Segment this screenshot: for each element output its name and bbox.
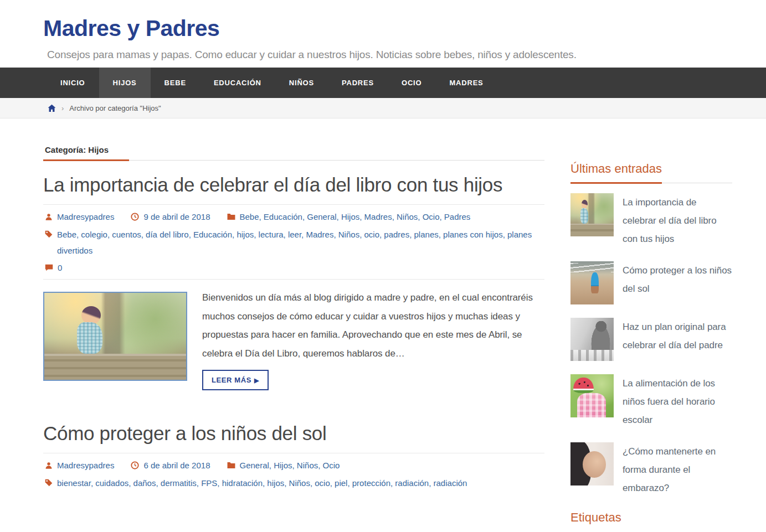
site-tagline: Consejos para mamas y papas. Como educar… bbox=[47, 49, 766, 61]
nav-item-hijos[interactable]: HIJOS bbox=[99, 68, 151, 98]
post-date-link[interactable]: 9 de abril de 2018 bbox=[143, 212, 210, 221]
home-icon[interactable] bbox=[48, 104, 56, 112]
recent-post-title: La importancia de celebrar el día del li… bbox=[623, 193, 732, 248]
post-title-link[interactable]: La importancia de celebrar el día del li… bbox=[43, 169, 544, 200]
featured-image-boy-reading[interactable] bbox=[43, 292, 187, 381]
post-excerpt: Bienvenidos un día más al blog dirigido … bbox=[202, 288, 544, 363]
main-column: Categoría: Hijos La importancia de celeb… bbox=[43, 145, 544, 525]
content: Categoría: Hijos La importancia de celeb… bbox=[0, 118, 766, 525]
main-nav: INICIO HIJOS BEBE EDUCACIÓN NIÑOS PADRES… bbox=[0, 68, 766, 98]
recent-post-title: ¿Cómo mantenerte en forma durante el emb… bbox=[623, 442, 732, 497]
post-meta: Madresypadres 9 de abril de 2018 Bebe, E… bbox=[43, 204, 544, 280]
post-title-link[interactable]: Cómo proteger a los niños del sol bbox=[43, 418, 544, 448]
caret-right-icon: ▶ bbox=[254, 377, 259, 384]
recent-post-title: Cómo proteger a los niños del sol bbox=[623, 261, 732, 304]
author-icon bbox=[45, 462, 53, 469]
thumbnail-pregnant-belly bbox=[570, 442, 614, 485]
recent-post-title: La alimentación de los niños fuera del h… bbox=[623, 374, 732, 429]
thumbnail-boy-beach bbox=[570, 261, 614, 304]
post-categories-links[interactable]: Bebe, Educación, General, Hijos, Madres,… bbox=[240, 212, 471, 221]
recent-post-link-5[interactable]: ¿Cómo mantenerte en forma durante el emb… bbox=[570, 442, 732, 497]
divider bbox=[43, 160, 544, 161]
breadcrumb: › Archivo por categoría "Hijos" bbox=[0, 98, 766, 118]
recent-post-link-1[interactable]: La importancia de celebrar el día del li… bbox=[570, 193, 732, 248]
thumbnail-girl-watermelon bbox=[570, 374, 614, 417]
recent-post-link-2[interactable]: Cómo proteger a los niños del sol bbox=[570, 261, 732, 304]
breadcrumb-current: Archivo por categoría "Hijos" bbox=[69, 104, 161, 112]
recent-post-link-3[interactable]: Haz un plan original para celebrar el dí… bbox=[570, 318, 732, 361]
breadcrumb-separator: › bbox=[61, 104, 64, 112]
tag-icon bbox=[45, 230, 53, 238]
nav-item-ocio[interactable]: OCIO bbox=[388, 68, 435, 98]
author-link[interactable]: Madresypadres bbox=[57, 212, 114, 221]
nav-item-inicio[interactable]: INICIO bbox=[47, 68, 99, 98]
post-meta: Madresypadres 6 de abril de 2018 General… bbox=[43, 453, 544, 491]
site-title[interactable]: Madres y Padres bbox=[43, 16, 766, 42]
author-icon bbox=[45, 213, 53, 221]
recent-posts-title: Últimas entradas bbox=[570, 162, 732, 183]
tags-widget-title: Etiquetas bbox=[570, 510, 732, 525]
read-more-button[interactable]: LEER MÁS▶ bbox=[202, 370, 269, 390]
recent-posts-list: La importancia de celebrar el día del li… bbox=[570, 193, 732, 497]
folder-icon bbox=[227, 213, 235, 220]
recent-post-link-4[interactable]: La alimentación de los niños fuera del h… bbox=[570, 374, 732, 429]
comments-icon bbox=[45, 264, 53, 272]
recent-post-title: Haz un plan original para celebrar el dí… bbox=[623, 318, 732, 361]
post-tags-links[interactable]: bienestar, cuidados, daños, dermatitis, … bbox=[57, 475, 467, 491]
sidebar: Últimas entradas La importancia de celeb… bbox=[570, 145, 732, 525]
site-header: Madres y Padres Consejos para mamas y pa… bbox=[0, 0, 766, 68]
nav-item-padres[interactable]: PADRES bbox=[328, 68, 388, 98]
post-categories-links[interactable]: General, Hijos, Niños, Ocio bbox=[240, 461, 340, 470]
nav-item-madres[interactable]: MADRES bbox=[435, 68, 497, 98]
author-link[interactable]: Madresypadres bbox=[57, 461, 114, 470]
clock-icon bbox=[131, 461, 139, 469]
thumbnail-father-craft bbox=[570, 318, 614, 361]
nav-item-bebe[interactable]: BEBE bbox=[151, 68, 200, 98]
divider bbox=[570, 183, 732, 183]
post-article-1: La importancia de celebrar el día del li… bbox=[43, 169, 544, 390]
thumbnail-boy-reading bbox=[570, 193, 614, 236]
tag-icon bbox=[45, 479, 53, 487]
category-archive-title: Categoría: Hijos bbox=[43, 145, 544, 160]
post-date-link[interactable]: 6 de abril de 2018 bbox=[143, 461, 210, 470]
clock-icon bbox=[131, 213, 139, 221]
folder-icon bbox=[227, 462, 235, 469]
comments-count-link[interactable]: 0 bbox=[58, 263, 62, 272]
post-tags-links[interactable]: Bebe, colegio, cuentos, día del libro, E… bbox=[57, 226, 543, 259]
post-article-2: Cómo proteger a los niños del sol Madres… bbox=[43, 418, 544, 491]
nav-item-educacion[interactable]: EDUCACIÓN bbox=[200, 68, 275, 98]
nav-item-ninos[interactable]: NIÑOS bbox=[275, 68, 328, 98]
